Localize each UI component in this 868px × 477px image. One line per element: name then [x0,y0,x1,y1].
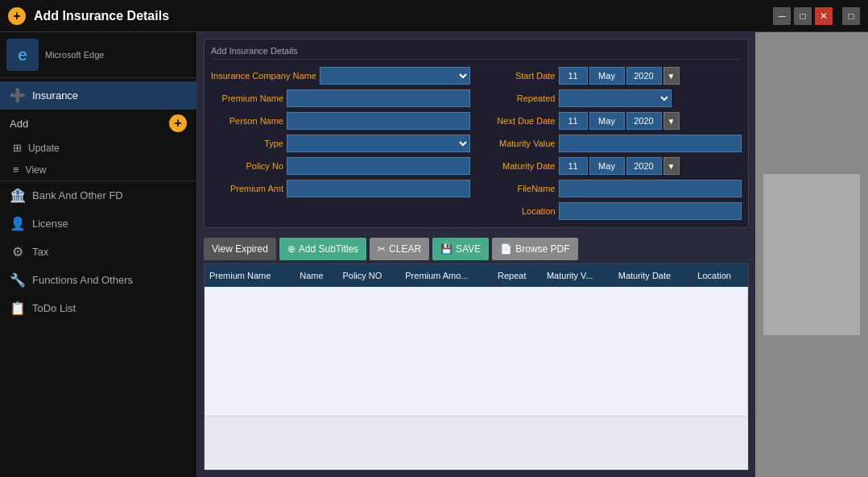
policy-no-input[interactable] [287,157,470,175]
col-repeat: Repeat [492,264,541,287]
bank-icon: 🏦 [10,188,26,203]
top-bar: + Add Insurance Details ─ □ ✕ □ [0,0,868,32]
maturity-date-picker: ▼ [559,157,680,175]
content-area: Add Insurance Details Insurance Company … [197,32,755,477]
sidebar-sub-update[interactable]: ⊞ Update [0,137,196,159]
sidebar-item-todo[interactable]: 📋 ToDo List [0,294,196,322]
extra-button[interactable]: □ [842,7,860,25]
save-icon: 💾 [440,243,453,255]
add-label: Add [10,118,28,130]
next-due-date-picker-btn[interactable]: ▼ [663,112,680,130]
license-icon: 👤 [10,216,26,231]
maturity-date-label: Maturity Date [483,161,556,171]
sidebar-item-tax[interactable]: ⚙ Tax [0,238,196,266]
col-premium-amt: Premium Amo... [400,264,493,287]
premium-name-input[interactable] [287,89,470,107]
insurance-company-row: Insurance Company Name [211,66,470,85]
sidebar-item-bank-label: Bank And Other FD [32,189,123,201]
filename-input[interactable] [559,180,742,197]
next-due-month[interactable] [589,112,625,130]
next-due-year[interactable] [626,112,662,130]
premium-amt-label: Premium Amt [211,184,283,193]
premium-name-row: Premium Name [211,89,470,108]
maturity-day[interactable] [559,157,588,175]
start-date-row: Start Date 11 May 2020 ▼ [483,66,742,85]
location-input[interactable] [559,202,742,220]
type-select[interactable] [287,135,470,152]
tax-icon: ⚙ [10,244,26,259]
policy-no-row: Policy No [211,156,470,176]
browse-pdf-icon: 📄 [500,243,512,255]
clear-button[interactable]: ✂ CLEAR [370,238,429,260]
sidebar-item-todo-label: ToDo List [32,302,76,314]
sidebar-item-bank[interactable]: 🏦 Bank And Other FD [0,181,196,209]
start-date-month[interactable]: May [589,67,625,85]
premium-amt-row: Premium Amt [211,179,470,198]
button-row: View Expired ⊕ Add SubTitles ✂ CLEAR 💾 S… [204,238,749,260]
start-date-label: Start Date [483,71,556,81]
maturity-value-input[interactable] [559,135,742,152]
next-due-date-label: Next Due Date [483,116,556,126]
view-expired-button[interactable]: View Expired [204,238,276,260]
next-due-date-row: Next Due Date ▼ [483,111,742,131]
main-layout: e Microsoft Edge ➕ Insurance Add + ⊞ Upd… [0,32,868,477]
start-date-day[interactable]: 11 [559,67,588,85]
form-panel: Add Insurance Details Insurance Company … [204,39,749,228]
type-label: Type [211,139,283,148]
policy-no-label: Policy No [211,161,283,171]
start-date-picker: 11 May 2020 ▼ [559,67,680,85]
sidebar-sub-view[interactable]: ≡ View [0,159,196,180]
clear-icon: ✂ [378,243,386,255]
col-maturity-date: Maturity Date [613,264,692,287]
view-label: View [26,164,47,176]
maturity-date-row: Maturity Date ▼ [483,156,742,176]
sidebar-item-functions-label: Functions And Others [32,274,133,286]
maximize-button[interactable]: □ [794,7,812,25]
person-name-input[interactable] [287,112,470,130]
filename-row: FileName [483,179,742,198]
right-panel [755,32,868,477]
add-button[interactable]: + [169,114,187,132]
location-row: Location [483,201,742,221]
filename-label: FileName [483,184,556,193]
premium-amt-input[interactable] [287,180,470,197]
start-date-year[interactable]: 2020 [626,67,662,85]
maturity-value-label: Maturity Value [483,139,556,148]
sidebar-item-insurance[interactable]: ➕ Insurance [0,81,196,110]
next-due-date-picker: ▼ [559,112,680,130]
minimize-button[interactable]: ─ [773,7,791,25]
sidebar-item-insurance-label: Insurance [32,89,78,102]
form-left: Insurance Company Name Premium Name Pers… [211,66,470,221]
browse-pdf-button[interactable]: 📄 Browse PDF [492,238,577,260]
data-table: Premium Name Name Policy NO Premium Amo.… [205,264,748,417]
maturity-month[interactable] [589,157,625,175]
sidebar-item-license[interactable]: 👤 License [0,209,196,238]
maturity-year[interactable] [626,157,662,175]
person-name-row: Person Name [211,111,470,131]
add-subtitles-icon: ⊕ [287,243,296,255]
premium-name-label: Premium Name [211,93,283,103]
col-location: Location [692,264,748,287]
repeated-label: Repeated [483,93,556,103]
next-due-day[interactable] [559,112,588,130]
save-button[interactable]: 💾 SAVE [432,238,489,260]
add-subtitles-button[interactable]: ⊕ Add SubTitles [279,238,366,260]
top-bar-left: + Add Insurance Details [8,7,169,25]
sidebar-item-functions[interactable]: 🔧 Functions And Others [0,266,196,294]
col-maturity-value: Maturity V... [541,264,613,287]
browser-label: Microsoft Edge [45,50,104,60]
close-button[interactable]: ✕ [815,7,833,25]
todo-icon: 📋 [10,301,26,316]
view-icon: ≡ [13,164,19,176]
maturity-date-picker-btn[interactable]: ▼ [663,157,680,175]
table-area: Premium Name Name Policy NO Premium Amo.… [204,263,749,471]
insurance-company-label: Insurance Company Name [211,71,316,81]
location-label: Location [483,206,556,216]
insurance-company-select[interactable] [320,67,470,85]
sidebar-item-tax-label: Tax [32,246,48,258]
page-title: Add Insurance Details [34,9,169,23]
start-date-picker-btn[interactable]: ▼ [663,67,680,85]
repeated-select[interactable] [559,89,672,107]
form-grid: Insurance Company Name Premium Name Pers… [211,66,742,221]
insurance-icon: ➕ [10,88,26,103]
